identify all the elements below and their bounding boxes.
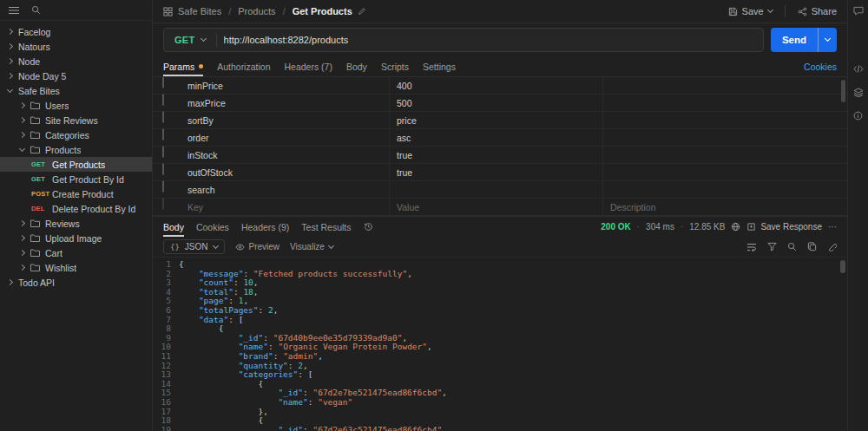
comment-icon[interactable] [853, 6, 864, 16]
param-checkbox[interactable] [162, 163, 164, 175]
chevron-down-icon[interactable] [19, 146, 25, 152]
param-value[interactable]: price [389, 112, 602, 128]
tab-scripts[interactable]: Scripts [381, 56, 409, 76]
sidebar-item-upload-image[interactable]: Upload Image [0, 231, 152, 245]
link-icon[interactable] [827, 242, 837, 251]
chevron-right-icon[interactable] [7, 43, 13, 49]
chevron-right-icon[interactable] [19, 102, 25, 108]
chevron-right-icon[interactable] [19, 117, 25, 123]
sidebar-item-natours[interactable]: Natours [0, 39, 152, 54]
chevron-right-icon[interactable] [19, 220, 25, 226]
response-json[interactable]: 1{2 "message": "Fetched products success… [153, 260, 847, 431]
sidebar-item-todo-api[interactable]: Todo API [0, 275, 152, 290]
param-value[interactable]: true [389, 147, 602, 163]
format-select[interactable]: JSON [163, 239, 225, 254]
sidebar-item-delete-product-by-id[interactable]: DELDelete Product By Id [0, 201, 152, 216]
sidebar-item-wishlist[interactable]: Wishlist [0, 260, 152, 275]
info-icon[interactable] [853, 111, 863, 121]
sidebar-item-site-reviews[interactable]: Site Reviews [0, 113, 152, 127]
param-description[interactable] [602, 77, 847, 94]
url-input[interactable] [224, 35, 763, 45]
search-response-icon[interactable] [787, 242, 797, 251]
response-size[interactable]: 12.85 KB [689, 222, 725, 232]
param-value[interactable]: Value [389, 199, 602, 215]
param-key[interactable]: inStock [181, 147, 389, 163]
chevron-down-icon[interactable] [767, 7, 773, 13]
search-icon[interactable] [31, 5, 41, 15]
code-icon[interactable] [853, 64, 864, 74]
sidebar-item-cart[interactable]: Cart [0, 245, 152, 260]
param-description[interactable]: Description [602, 199, 847, 215]
param-value[interactable] [389, 181, 602, 198]
chevron-right-icon[interactable] [19, 264, 25, 271]
send-button-label[interactable]: Send [771, 28, 818, 52]
sidebar-item-get-products[interactable]: GETGet Products [0, 157, 152, 172]
sidebar-item-products[interactable]: Products [0, 142, 152, 157]
param-key[interactable]: outOfStock [181, 164, 389, 180]
sidebar-item-categories[interactable]: Categories [0, 127, 152, 142]
chevron-right-icon[interactable] [19, 250, 25, 256]
breadcrumb-collection[interactable]: Safe Bites [178, 6, 221, 16]
param-description[interactable] [602, 112, 847, 128]
chevron-right-icon[interactable] [19, 235, 25, 241]
sidebar-item-node-day-5[interactable]: Node Day 5 [0, 69, 152, 83]
param-key[interactable]: maxPrice [181, 95, 389, 111]
history-icon[interactable] [364, 222, 373, 232]
param-description[interactable] [602, 181, 847, 198]
save-response-button[interactable]: Save Response [746, 222, 822, 232]
tab-headers-7-[interactable]: Headers (7) [284, 56, 332, 76]
param-description[interactable] [602, 147, 847, 163]
sidebar-item-safe-bites[interactable]: Safe Bites [0, 83, 152, 98]
param-checkbox[interactable] [162, 128, 164, 140]
param-checkbox[interactable] [162, 198, 164, 210]
response-scrollbar[interactable] [840, 260, 845, 273]
preview-button[interactable]: Preview [235, 242, 280, 251]
param-checkbox[interactable] [162, 180, 164, 193]
param-checkbox[interactable] [162, 94, 164, 106]
sidebar-item-users[interactable]: Users [0, 98, 152, 113]
chevron-right-icon[interactable] [7, 279, 13, 285]
params-scrollbar[interactable] [841, 80, 845, 102]
more-options-button[interactable]: ··· [828, 222, 837, 232]
network-globe-icon[interactable] [731, 222, 740, 232]
menu-icon[interactable] [9, 6, 19, 15]
response-tab-body[interactable]: Body [163, 217, 184, 237]
wrap-text-icon[interactable] [746, 243, 757, 251]
breadcrumb-request-title[interactable]: Get Products [293, 6, 352, 16]
response-tab-test-results[interactable]: Test Results [301, 217, 351, 237]
tab-authorization[interactable]: Authorization [217, 56, 270, 76]
response-time[interactable]: 304 ms [646, 222, 674, 232]
param-key[interactable]: sortBy [181, 112, 389, 128]
sidebar-item-get-product-by-id[interactable]: GETGet Product By Id [0, 172, 152, 186]
chevron-down-icon[interactable] [7, 87, 13, 93]
copy-icon[interactable] [807, 242, 817, 251]
send-options-chevron[interactable] [818, 28, 837, 52]
cookies-link[interactable]: Cookies [804, 56, 837, 76]
param-key[interactable]: search [181, 181, 389, 198]
breadcrumb-folder[interactable]: Products [238, 6, 275, 16]
param-value[interactable]: 400 [389, 77, 602, 94]
save-button[interactable]: Save [728, 6, 773, 16]
param-checkbox[interactable] [162, 146, 164, 158]
status-badge[interactable]: 200 OK [601, 222, 630, 232]
chevron-right-icon[interactable] [7, 58, 13, 64]
sidebar-item-reviews[interactable]: Reviews [0, 216, 152, 231]
param-description[interactable] [602, 129, 847, 146]
param-key[interactable]: Key [181, 199, 389, 215]
method-select[interactable]: GET [164, 35, 216, 45]
chevron-right-icon[interactable] [7, 29, 13, 35]
send-button[interactable]: Send [771, 28, 837, 52]
chevron-right-icon[interactable] [19, 132, 25, 138]
edit-icon[interactable] [358, 7, 366, 16]
sidebar-item-facelog[interactable]: Facelog [0, 24, 152, 39]
param-description[interactable] [602, 164, 847, 180]
param-key[interactable]: order [181, 129, 389, 146]
response-tab-headers-9-[interactable]: Headers (9) [241, 217, 289, 237]
tab-params[interactable]: Params [163, 56, 203, 76]
param-value[interactable]: 500 [389, 95, 602, 111]
param-checkbox[interactable] [162, 77, 164, 88]
sidebar-item-create-product[interactable]: POSTCreate Product [0, 186, 152, 201]
tab-body[interactable]: Body [346, 56, 367, 76]
param-description[interactable] [602, 95, 847, 111]
layers-icon[interactable] [853, 88, 864, 97]
